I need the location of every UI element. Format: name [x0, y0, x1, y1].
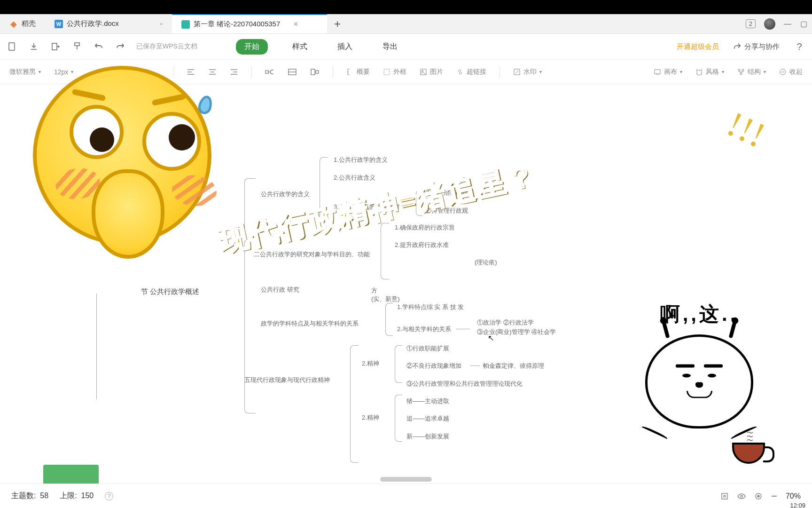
tab-label: 公共行政学.docx — [67, 19, 119, 28]
mindmap-node[interactable]: 政学的学科特点及与相关学科的关系 — [261, 319, 359, 328]
window-top-bar — [0, 0, 812, 14]
emoji-sticker — [23, 56, 221, 254]
tab-docx[interactable]: W 公共行政学.docx ● — [45, 14, 172, 33]
floating-panel[interactable] — [43, 465, 99, 484]
menu-insert[interactable]: 插入 — [332, 39, 358, 55]
mindmap-node[interactable]: 2.公共行政含义 — [334, 174, 375, 182]
svg-point-17 — [724, 495, 726, 497]
menu-export[interactable]: 导出 — [377, 39, 403, 55]
mindmap-node[interactable]: ③公共行政管理和公共行政管理理论现代化 — [406, 380, 523, 388]
mindmap-node[interactable]: 1.公共行政学的含义 — [334, 156, 388, 164]
node-shape-1-icon[interactable] — [265, 68, 274, 76]
share-button[interactable]: 分享与协作 — [733, 42, 780, 51]
share-label: 分享与协作 — [744, 42, 780, 51]
svg-point-9 — [422, 70, 423, 71]
mindmap-node[interactable]: 2.与相关学科的关系 — [397, 325, 451, 333]
mindmap-root[interactable]: 节 公共行政学概述 — [141, 287, 199, 296]
mindmap-node[interactable]: (实、新意) — [371, 295, 400, 303]
download-icon[interactable] — [28, 41, 39, 52]
main-toolbar: 已保存至WPS云文档 开始 样式 插入 导出 开通超级会员 分享与协作 ? — [0, 34, 812, 60]
help-icon[interactable]: ? — [794, 41, 805, 52]
mindmap-node[interactable]: 帕金森定律、彼得原理 — [483, 362, 544, 370]
mindmap-node[interactable]: 1.学科特点综 实 系 技 发 — [397, 303, 464, 311]
format-painter-icon[interactable] — [71, 41, 83, 52]
mindmap-node[interactable]: 2.提升政府行政水准 — [395, 241, 449, 249]
svg-rect-7 — [384, 69, 390, 75]
collapse-button[interactable]: 收起 — [779, 68, 803, 76]
mindmap-node[interactable]: 方 — [371, 286, 377, 295]
picture-button[interactable]: 图片 — [420, 68, 443, 76]
svg-rect-1 — [52, 43, 57, 50]
svg-rect-16 — [722, 493, 727, 499]
topic-limit-label: 上限: 150 — [60, 491, 94, 501]
tab-daoke[interactable]: ◆ 稻壳 — [0, 14, 45, 33]
window-badge[interactable]: 2 — [746, 19, 756, 28]
cursor-icon: ↖ — [488, 333, 494, 342]
tab-label: 第一章 绪论-220704005357 — [194, 20, 280, 29]
exit-icon[interactable] — [50, 41, 61, 52]
mindmap-node[interactable]: ②不良行政现象增加 — [406, 362, 461, 370]
meme-sticker: 啊,,这.. 〜〜〜 — [624, 301, 774, 480]
svg-point-14 — [740, 73, 742, 75]
mindmap-node[interactable]: 五现代行政现象与现代行政精神 — [244, 376, 330, 384]
target-icon[interactable] — [754, 492, 763, 500]
new-icon[interactable] — [7, 41, 18, 52]
daoke-icon: ◆ — [9, 20, 18, 28]
undo-icon[interactable] — [93, 41, 104, 52]
save-status: 已保存至WPS云文档 — [136, 42, 197, 51]
mindmap-node[interactable]: 2.精神 — [362, 359, 379, 368]
status-bar: 主题数: 58 上限: 150 ? − 70% — [0, 484, 812, 508]
minimize-icon[interactable]: — — [784, 20, 791, 28]
canvas-button[interactable]: 画布 ▾ — [654, 68, 682, 76]
node-shape-3-icon[interactable] — [310, 68, 320, 76]
horizontal-scrollbar[interactable] — [380, 477, 432, 482]
meme-caption: 啊,,这.. — [624, 301, 774, 327]
frame-button[interactable]: 外框 — [383, 68, 406, 76]
node-shape-2-icon[interactable] — [288, 68, 297, 76]
svg-point-12 — [738, 69, 740, 71]
mindmap-node[interactable]: 公共行政学的含义 — [261, 190, 310, 198]
svg-rect-0 — [9, 43, 15, 50]
svg-point-20 — [757, 495, 759, 497]
svg-rect-11 — [655, 70, 660, 74]
menu-style[interactable]: 样式 — [287, 39, 313, 55]
mindmap-node[interactable]: 公共行政 研究 — [261, 286, 299, 294]
user-avatar[interactable] — [764, 18, 775, 30]
svg-rect-2 — [75, 43, 79, 46]
topic-count-label: 主题数: 58 — [11, 491, 48, 501]
structure-button[interactable]: 结构 ▾ — [737, 68, 766, 76]
menu-start[interactable]: 开始 — [236, 39, 268, 55]
vip-link[interactable]: 开通超级会员 — [677, 42, 719, 51]
close-icon[interactable]: × — [293, 19, 298, 29]
add-tab-button[interactable]: + — [327, 17, 348, 31]
mindmap-node[interactable]: 1.确保政府的行政宗旨 — [395, 223, 455, 232]
mindmap-node[interactable]: 猪——主动进取 — [406, 397, 449, 405]
tab-mindmap[interactable]: 第一章 绪论-220704005357 × — [172, 14, 327, 33]
summary-button[interactable]: 概要 — [346, 68, 370, 76]
mindmap-node[interactable]: 2.精神 — [362, 413, 379, 422]
mindmap-node[interactable]: 追——追求卓越 — [406, 414, 449, 423]
theme-button[interactable]: 风格 ▾ — [695, 68, 724, 76]
svg-rect-3 — [265, 71, 268, 73]
mindmap-node[interactable]: 二公共行政学的研究对象与学科目的、功能 — [254, 250, 370, 259]
align-right-icon[interactable] — [230, 68, 238, 76]
system-time: 12:09 — [790, 502, 805, 508]
tab-label: 稻壳 — [22, 19, 36, 28]
word-icon: W — [55, 20, 63, 28]
watermark-button[interactable]: 水印 ▾ — [513, 68, 542, 76]
locate-icon[interactable] — [720, 492, 729, 500]
link-button[interactable]: 超链接 — [456, 68, 486, 76]
maximize-icon[interactable]: ▢ — [800, 20, 807, 28]
redo-icon[interactable] — [115, 41, 126, 52]
eye-icon[interactable] — [737, 492, 746, 500]
mindmap-node[interactable]: ①政治学 ②行政法学 — [477, 318, 534, 327]
svg-rect-5 — [311, 69, 315, 75]
zoom-percent[interactable]: 70% — [786, 492, 801, 500]
mindmap-node[interactable]: ①行政职能扩展 — [406, 344, 449, 353]
tab-bar: ◆ 稻壳 W 公共行政学.docx ● 第一章 绪论-220704005357 … — [0, 14, 812, 34]
mindmap-node[interactable]: 新——创新发展 — [406, 432, 449, 441]
zoom-out-button[interactable]: − — [771, 490, 777, 502]
help-icon[interactable]: ? — [105, 492, 113, 500]
svg-point-18 — [741, 495, 742, 497]
mindmap-node[interactable]: (理论依) — [475, 258, 497, 267]
